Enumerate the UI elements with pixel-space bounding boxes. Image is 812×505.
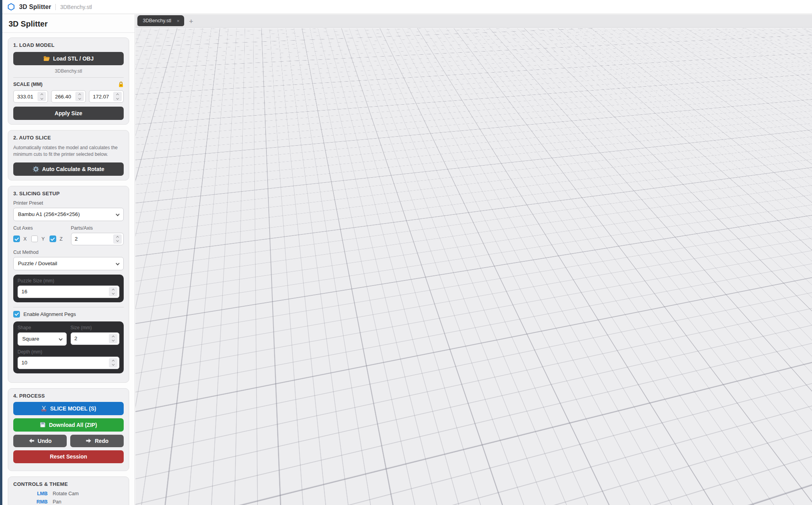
scale-z-stepper[interactable] — [113, 92, 122, 101]
load-model-title: 1. LOAD MODEL — [13, 42, 124, 48]
process-title: 4. PROCESS — [13, 393, 124, 399]
puzzle-size-label: Puzzle Size (mm) — [18, 278, 119, 284]
app-logo-hexagon-icon — [7, 3, 15, 11]
peg-shape-label: Shape — [18, 325, 67, 330]
cut-method-label: Cut Method — [13, 250, 124, 255]
cut-axes-label: Cut Axes — [13, 225, 66, 231]
cut-axis-x-checkbox[interactable] — [13, 236, 20, 242]
shortcut-key: RMB — [13, 499, 48, 505]
tab-label: 3DBenchy.stl — [143, 18, 171, 23]
window-edge-strip — [0, 0, 2, 505]
parts-axis-field[interactable] — [71, 233, 124, 245]
cut-axis-z-label: Z — [60, 236, 63, 242]
sidebar-heading: 3D Splitter — [2, 14, 135, 32]
scale-x-stepper[interactable] — [37, 92, 46, 101]
peg-size-input[interactable] — [75, 335, 109, 341]
cut-axis-x-label: X — [23, 236, 27, 242]
cut-axis-y-checkbox[interactable] — [31, 236, 38, 242]
scale-y-input[interactable] — [55, 94, 75, 100]
viewport-3d[interactable]: -40 100 Bambu A1 — [135, 28, 812, 505]
auto-slice-description: Automatically rotates the model and calc… — [13, 145, 124, 158]
tab-close-icon[interactable]: × — [177, 18, 180, 23]
download-all-button[interactable]: Download All (ZIP) — [13, 418, 124, 432]
load-stl-label: Load STL / OBJ — [53, 55, 94, 62]
sidebar-divider — [2, 32, 135, 33]
benchy-cabin — [399, 168, 588, 302]
slice-model-button[interactable]: SLICE MODEL (S) — [13, 402, 124, 415]
peg-size-stepper[interactable] — [109, 334, 117, 343]
benchy-porthole — [627, 289, 650, 313]
scale-y-stepper[interactable] — [75, 92, 84, 101]
peg-depth-field[interactable] — [18, 357, 119, 369]
auto-slice-section: 2. AUTO SLICE Automatically rotates the … — [8, 130, 129, 180]
parts-axis-group: Parts/Axis — [71, 225, 124, 245]
shortcut-key: LMB — [13, 491, 48, 496]
printer-preset-select[interactable]: Bambu A1 (256×256×256) — [13, 208, 124, 221]
reset-session-button[interactable]: Reset Session — [13, 450, 124, 463]
cut-axis-z-checkbox[interactable] — [50, 236, 56, 242]
undo-arrow-icon — [28, 438, 35, 443]
workspace: 3DBenchy.stl × + -40 100 — [135, 14, 812, 505]
slicing-setup-title: 3. SLICING SETUP — [13, 191, 124, 196]
app-title: 3D Splitter — [19, 4, 51, 11]
shortcut-action: Pan — [53, 499, 61, 505]
gear-icon — [33, 166, 39, 172]
scale-lock-icon[interactable] — [118, 81, 124, 87]
controls-theme-section: CONTROLS & THEME LMB Rotate Cam RMB Pan … — [8, 476, 129, 505]
peg-depth-label: Depth (mm) — [18, 349, 119, 355]
peg-depth-input[interactable] — [21, 360, 109, 366]
redo-label: Redo — [95, 438, 108, 444]
chevron-down-icon — [116, 262, 120, 266]
slicing-setup-section: 3. SLICING SETUP Printer Preset Bambu A1… — [8, 186, 129, 383]
chevron-down-icon — [59, 337, 62, 341]
redo-arrow-icon — [85, 438, 92, 443]
benchy-model[interactable] — [304, 56, 695, 383]
apply-size-label: Apply Size — [55, 110, 82, 116]
scale-z-input[interactable] — [93, 94, 113, 100]
grid-tick-label: 100 — [410, 408, 420, 417]
auto-calculate-button[interactable]: Auto Calculate & Rotate — [13, 162, 124, 176]
puzzle-size-panel: Puzzle Size (mm) — [13, 275, 124, 302]
tab-3dbenchy[interactable]: 3DBenchy.stl × — [137, 15, 184, 26]
folder-open-icon — [43, 56, 50, 61]
peg-depth-stepper[interactable] — [109, 358, 117, 368]
cut-method-select[interactable]: Puzzle / Dovetail — [13, 257, 124, 270]
process-section: 4. PROCESS SLICE MODEL (S) Download All … — [8, 388, 129, 471]
download-all-label: Download All (ZIP) — [49, 422, 97, 428]
peg-shape-select[interactable]: Square — [18, 332, 67, 346]
scale-x-input[interactable] — [17, 94, 37, 100]
load-section-divider — [13, 77, 124, 78]
printer-bed-label: Bambu A1 — [523, 464, 615, 505]
header-open-file: 3DBenchy.stl — [60, 4, 92, 10]
printer-preset-value: Bambu A1 (256×256×256) — [18, 211, 80, 217]
cut-axes-group: Cut Axes X Y Z — [13, 225, 66, 245]
peg-size-field[interactable] — [71, 332, 120, 345]
parts-axis-input[interactable] — [75, 236, 114, 242]
scale-z-field[interactable] — [89, 90, 124, 103]
app-window: 3D Splitter 3DBenchy.stl 3D Splitter 1. … — [0, 0, 812, 505]
puzzle-size-field[interactable] — [18, 286, 119, 298]
puzzle-size-stepper[interactable] — [109, 287, 117, 296]
shortcut-action: Rotate Cam — [53, 491, 79, 496]
scale-x-field[interactable] — [13, 90, 48, 103]
peg-shape-value: Square — [22, 336, 39, 342]
redo-button[interactable]: Redo — [70, 435, 124, 447]
enable-pegs-checkbox[interactable] — [13, 311, 20, 318]
sidebar: 3D Splitter 1. LOAD MODEL Load STL / OBJ… — [2, 14, 135, 505]
add-tab-button[interactable]: + — [189, 18, 193, 25]
parts-axis-stepper[interactable] — [113, 234, 122, 244]
puzzle-size-input[interactable] — [21, 289, 109, 294]
header-divider — [55, 4, 56, 10]
apply-size-button[interactable]: Apply Size — [13, 107, 124, 120]
shortcut-row: LMB Rotate Cam — [13, 491, 124, 496]
cut-axis-y-label: Y — [41, 236, 44, 242]
loaded-filename: 3DBenchy.stl — [13, 68, 124, 74]
parts-axis-label: Parts/Axis — [71, 225, 124, 231]
benchy-bollard — [335, 247, 361, 280]
cut-method-value: Puzzle / Dovetail — [18, 261, 57, 266]
scale-y-field[interactable] — [51, 90, 86, 103]
undo-button[interactable]: Undo — [13, 435, 67, 447]
scale-label: SCALE (MM) — [13, 82, 43, 87]
load-stl-button[interactable]: Load STL / OBJ — [13, 52, 124, 65]
printer-preset-label: Printer Preset — [13, 200, 124, 206]
